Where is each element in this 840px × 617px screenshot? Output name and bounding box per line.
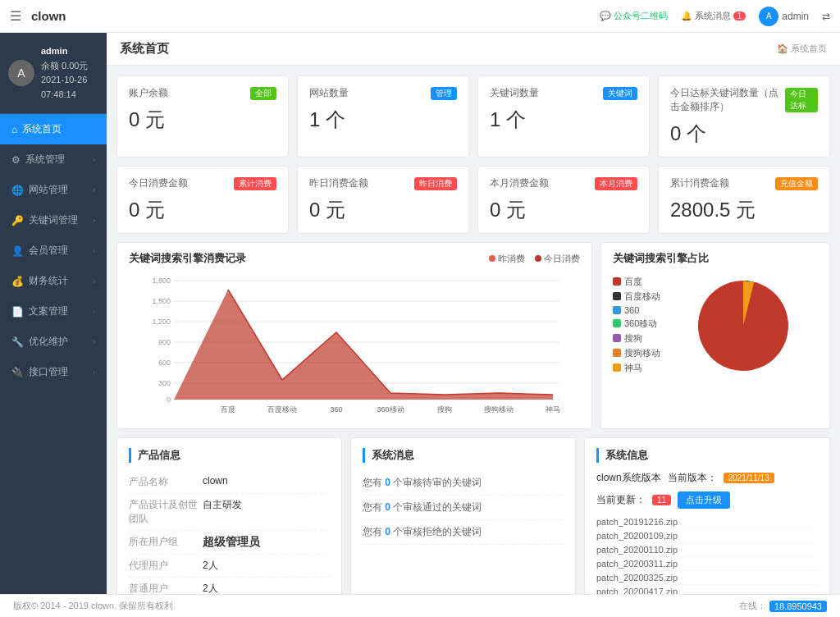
product-info-card: 产品信息 产品名称 clown 产品设计及创世团队 自主研发 所在用户组 超级管…	[116, 437, 342, 594]
sidebar-item-members[interactable]: 👤 会员管理 ›	[0, 235, 107, 266]
version-row: clown系统版本 当前版本： 2021/11/13	[596, 471, 818, 485]
patch-item-2: patch_20200110.zip	[596, 543, 818, 557]
user-datetime: 2021-10-26 07:48:14	[41, 73, 98, 102]
sidebar-item-optimize[interactable]: 🔧 优化维护 ›	[0, 327, 107, 357]
stat-value-today: 0 元	[129, 197, 276, 223]
product-name-row: 产品名称 clown	[129, 471, 330, 494]
chevron-right-icon6: ›	[93, 307, 95, 316]
chevron-right-icon2: ›	[93, 185, 95, 194]
notice-badge: 1	[733, 11, 746, 21]
sidebar-item-website[interactable]: 🌐 网站管理 ›	[0, 175, 107, 205]
product-name-value: clown	[203, 475, 228, 489]
upgrade-button[interactable]: 点击升级	[678, 491, 730, 509]
sidebar-api-label: 接口管理	[29, 365, 68, 379]
stat-badge-yesterday[interactable]: 昨日消费	[414, 177, 457, 190]
online-count: 18.8950943	[769, 601, 827, 612]
app-logo: clown	[31, 9, 66, 23]
stat-title-keywords: 关键词数量	[490, 86, 539, 100]
sidebar-item-finance[interactable]: 💰 财务统计 ›	[0, 266, 107, 296]
share-icon[interactable]: ⇄	[822, 11, 830, 22]
admin-menu[interactable]: A admin	[759, 7, 809, 26]
product-info-table: 产品名称 clown 产品设计及创世团队 自主研发 所在用户组 超级管理员 代理…	[129, 471, 330, 594]
stat-card-keywords: 关键词数量 关键词 1 个	[477, 75, 650, 158]
product-agents-row: 代理用户 2人	[129, 555, 330, 578]
stat-title-total: 累计消费金额	[670, 176, 729, 190]
stat-card-balance: 账户余额 全部 0 元	[116, 75, 289, 158]
legend-today: 今日消费	[535, 253, 580, 265]
sys-msg-item-2: 您有 0 个审核拒绝的关键词	[363, 520, 564, 545]
bar-chart-title: 关键词搜索引擎消费记录	[129, 251, 246, 266]
stat-badge-target[interactable]: 今日达标	[785, 88, 818, 112]
sidebar-menu: ⌂ 系统首页 ⚙ 系统管理 › 🌐 网站管理 › 🔑	[0, 114, 107, 594]
wechat-qr-link[interactable]: 💬 公众号二维码	[600, 10, 668, 22]
bar-chart-svg: 1,800 1,500 1,200 900 600 300 0	[129, 272, 580, 420]
home-icon: ⌂	[11, 124, 17, 135]
svg-text:1,800: 1,800	[152, 277, 171, 285]
sys-info-section-title: 系统信息	[596, 448, 818, 463]
sidebar-item-home[interactable]: ⌂ 系统首页	[0, 114, 107, 144]
admin-name: admin	[782, 11, 809, 22]
stat-value-keywords: 1 个	[490, 107, 637, 133]
stat-title-month: 本月消费金额	[490, 176, 549, 190]
product-users-label: 普通用户	[129, 582, 203, 594]
product-team-row: 产品设计及创世团队 自主研发	[129, 494, 330, 531]
page-title: 系统首页	[120, 41, 169, 57]
svg-text:300: 300	[158, 379, 171, 387]
svg-text:百度: 百度	[221, 405, 235, 414]
version-label: clown系统版本	[596, 471, 661, 485]
msg-count-2[interactable]: 0	[385, 526, 390, 537]
user-avatar: A	[8, 60, 34, 86]
member-icon: 👤	[11, 245, 24, 257]
stat-title-today: 今日消费金额	[129, 176, 188, 190]
svg-text:1,500: 1,500	[152, 297, 171, 305]
pie-chart-area: 百度 百度移动 360 360移动	[613, 272, 818, 379]
version-badge: 2021/11/13	[724, 473, 774, 483]
svg-text:900: 900	[158, 338, 171, 346]
pie-chart-legend: 百度 百度移动 360 360移动	[613, 276, 660, 377]
bar-chart-legend: 昨消费 今日消费	[489, 253, 580, 265]
patch-item-1: patch_20200109.zip	[596, 529, 818, 543]
user-balance: 余额 0.00元	[41, 59, 98, 74]
stat-card-month: 本月消费金额 本月消费 0 元	[477, 166, 650, 234]
product-group-value: 超级管理员	[203, 535, 260, 550]
product-team-label: 产品设计及创世团队	[129, 498, 203, 526]
system-messages-card: 系统消息 您有 0 个审核待审的关键词 您有 0 个审核通过的关键词 您有 0 …	[350, 437, 576, 594]
product-users-row: 普通用户 2人	[129, 578, 330, 594]
svg-text:搜狗移动: 搜狗移动	[484, 405, 514, 414]
sidebar-item-keywords[interactable]: 🔑 关键词管理 ›	[0, 205, 107, 235]
svg-text:600: 600	[158, 359, 171, 367]
menu-toggle-icon[interactable]: ☰	[10, 8, 21, 24]
svg-text:360移动: 360移动	[377, 405, 404, 414]
sys-msg-item-1: 您有 0 个审核通过的关键词	[363, 496, 564, 520]
sidebar-user: A admin 余额 0.00元 2021-10-26 07:48:14	[0, 33, 107, 114]
user-name: admin	[41, 44, 98, 59]
chevron-right-icon5: ›	[93, 277, 95, 286]
sidebar-system-label: 系统管理	[25, 153, 65, 167]
stat-badge-keywords[interactable]: 关键词	[603, 87, 637, 100]
msg-count-1[interactable]: 0	[385, 501, 390, 513]
stat-badge-month[interactable]: 本月消费	[595, 177, 637, 190]
msg-count-0[interactable]: 0	[385, 477, 390, 488]
sidebar-item-system[interactable]: ⚙ 系统管理 ›	[0, 144, 107, 175]
sidebar-item-content[interactable]: 📄 文案管理 ›	[0, 296, 107, 327]
sys-msg-section-title: 系统消息	[363, 448, 564, 463]
system-notice-link[interactable]: 🔔 系统消息 1	[681, 10, 746, 22]
stat-badge-total[interactable]: 充值金额	[775, 177, 818, 190]
stat-card-target: 今日达标关键词数量（点击金额排序） 今日达标 0 个	[658, 75, 830, 158]
sidebar-website-label: 网站管理	[29, 183, 68, 197]
bar-chart-card: 关键词搜索引擎消费记录 昨消费 今日消费	[116, 242, 592, 429]
current-version-label: 当前版本：	[668, 471, 717, 485]
sidebar: A admin 余额 0.00元 2021-10-26 07:48:14 ⌂ 系…	[0, 33, 107, 594]
updates-label: 当前更新：	[596, 493, 646, 507]
chevron-right-icon7: ›	[93, 337, 95, 346]
stat-badge-balance[interactable]: 全部	[250, 87, 276, 100]
stat-value-total: 2800.5 元	[670, 197, 818, 223]
page-header: 系统首页 🏠 系统首页	[107, 33, 840, 66]
legend-baidu-mobile: 百度移动	[613, 290, 660, 303]
legend-shenma: 神马	[613, 362, 660, 374]
legend-baidu: 百度	[613, 276, 660, 288]
stat-badge-websites[interactable]: 管理	[431, 87, 457, 100]
stat-badge-today[interactable]: 累计消费	[234, 177, 276, 190]
stats-row-1: 账户余额 全部 0 元 网站数量 管理 1 个 关键词数量 关键词 1 个	[107, 75, 840, 158]
sidebar-item-api[interactable]: 🔌 接口管理 ›	[0, 357, 107, 387]
